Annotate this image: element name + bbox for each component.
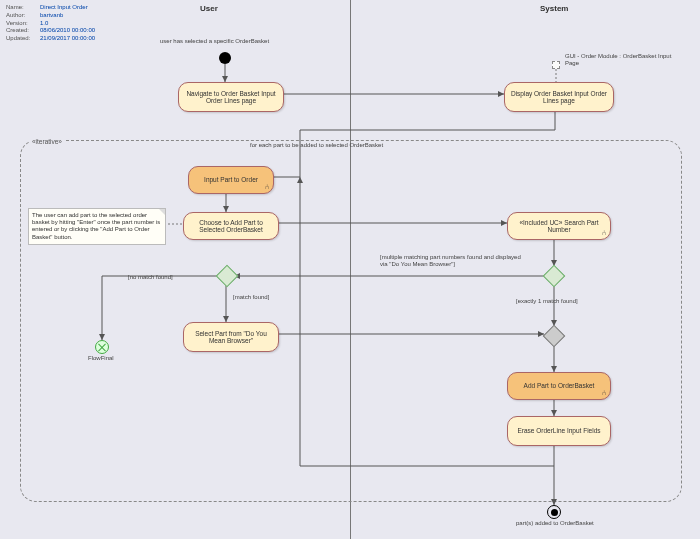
gui-port-label: GUI - Order Module : OrderBasket Input P… (565, 53, 675, 67)
initial-node (219, 52, 231, 64)
activity-display[interactable]: Display Order Basket Input Order Lines p… (504, 82, 614, 112)
activity-display-label: Display Order Basket Input Order Lines p… (509, 90, 609, 105)
activity-erase-fields-label: Erase OrderLine Input Fields (517, 427, 600, 434)
activity-input-part[interactable]: Input Part to Order⑃ (188, 166, 274, 194)
gui-port (552, 61, 560, 69)
activity-add-part-label: Add Part to OrderBasket (524, 382, 595, 389)
activity-search-part-label: «Included UC» Search Part Number (512, 219, 606, 234)
sub-icon: ⑃ (602, 389, 606, 397)
connectors (0, 0, 700, 539)
activity-search-part[interactable]: «Included UC» Search Part Number⑃ (507, 212, 611, 240)
note-add-part: The user can add part to the selected or… (28, 208, 166, 245)
sub-icon: ⑃ (602, 229, 606, 237)
guard-one: [exactly 1 match found] (516, 298, 578, 305)
activity-choose-add-label: Choose to Add Part to Selected OrderBask… (188, 219, 274, 234)
activity-choose-add[interactable]: Choose to Add Part to Selected OrderBask… (183, 212, 279, 240)
flow-final-label: FlowFinal (88, 355, 114, 362)
sub-icon: ⑃ (265, 183, 269, 191)
activity-input-part-label: Input Part to Order (204, 176, 258, 183)
diagram-canvas: Name:Direct Input Order Author:bartvanb … (0, 0, 700, 539)
activity-final (547, 505, 561, 519)
iterative-caption: for each part to be added to selected Or… (250, 142, 383, 149)
activity-navigate-label: Navigate to Order Basket Input Order Lin… (183, 90, 279, 105)
activity-erase-fields[interactable]: Erase OrderLine Input Fields (507, 416, 611, 446)
guard-match: [match found] (233, 294, 269, 301)
start-note: user has selected a specific OrderBasket (160, 38, 269, 45)
guard-nomatch: [no match found] (128, 274, 173, 281)
note-add-part-text: The user can add part to the selected or… (32, 212, 160, 240)
activity-navigate[interactable]: Navigate to Order Basket Input Order Lin… (178, 82, 284, 112)
activity-add-part[interactable]: Add Part to OrderBasket⑃ (507, 372, 611, 400)
guard-multi: [multiple matching part numbers found an… (380, 254, 530, 268)
flow-final (95, 340, 109, 354)
activity-select-part[interactable]: Select Part from "Do You Mean Browser" (183, 322, 279, 352)
activity-select-part-label: Select Part from "Do You Mean Browser" (188, 330, 274, 345)
activity-final-label: part(s) added to OrderBasket (516, 520, 594, 527)
